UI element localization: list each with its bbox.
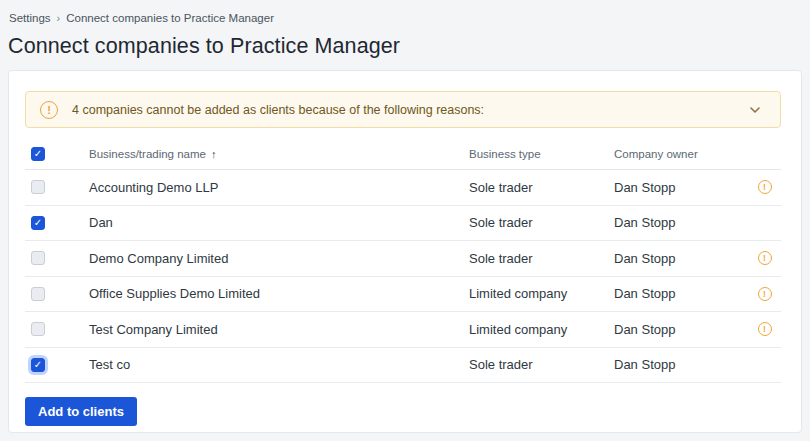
row-checkbox[interactable] bbox=[31, 216, 45, 230]
content-card: 4 companies cannot be added as clients b… bbox=[8, 70, 802, 433]
business-type: Sole trader bbox=[469, 357, 614, 372]
warning-icon[interactable] bbox=[758, 322, 772, 336]
table-row: Test co Sole trader Dan Stopp bbox=[25, 348, 781, 384]
warning-icon[interactable] bbox=[758, 251, 772, 265]
business-type: Limited company bbox=[469, 286, 614, 301]
breadcrumb: Settings › Connect companies to Practice… bbox=[0, 0, 810, 24]
company-owner: Dan Stopp bbox=[614, 251, 748, 266]
table-row: Dan Sole trader Dan Stopp bbox=[25, 206, 781, 242]
table-header-row: Business/trading name ↑ Business type Co… bbox=[25, 139, 781, 170]
column-header-type: Business type bbox=[469, 148, 614, 160]
column-header-name[interactable]: Business/trading name ↑ bbox=[89, 148, 216, 160]
warning-icon[interactable] bbox=[758, 180, 772, 194]
company-name: Accounting Demo LLP bbox=[89, 180, 469, 195]
company-owner: Dan Stopp bbox=[614, 322, 748, 337]
row-checkbox[interactable] bbox=[31, 358, 45, 372]
sort-ascending-icon: ↑ bbox=[211, 148, 217, 160]
company-name: Office Supplies Demo Limited bbox=[89, 286, 469, 301]
company-name: Test co bbox=[89, 357, 469, 372]
row-checkbox[interactable] bbox=[31, 287, 45, 301]
business-type: Sole trader bbox=[469, 180, 614, 195]
business-type: Limited company bbox=[469, 322, 614, 337]
select-all-checkbox[interactable] bbox=[31, 147, 45, 161]
company-name: Test Company Limited bbox=[89, 322, 469, 337]
warning-icon[interactable] bbox=[758, 287, 772, 301]
row-checkbox[interactable] bbox=[31, 251, 45, 265]
page-title: Connect companies to Practice Manager bbox=[0, 24, 810, 59]
add-to-clients-button[interactable]: Add to clients bbox=[25, 397, 137, 426]
table-row: Office Supplies Demo Limited Limited com… bbox=[25, 277, 781, 313]
breadcrumb-separator-icon: › bbox=[57, 12, 61, 24]
company-owner: Dan Stopp bbox=[614, 180, 748, 195]
company-name: Dan bbox=[89, 215, 469, 230]
table-row: Demo Company Limited Sole trader Dan Sto… bbox=[25, 241, 781, 277]
breadcrumb-settings[interactable]: Settings bbox=[9, 12, 51, 24]
company-name: Demo Company Limited bbox=[89, 251, 469, 266]
company-owner: Dan Stopp bbox=[614, 215, 748, 230]
company-owner: Dan Stopp bbox=[614, 357, 748, 372]
table-body: Accounting Demo LLP Sole trader Dan Stop… bbox=[25, 170, 781, 383]
column-header-owner: Company owner bbox=[614, 148, 748, 160]
business-type: Sole trader bbox=[469, 251, 614, 266]
chevron-down-icon[interactable] bbox=[748, 103, 762, 117]
table-row: Accounting Demo LLP Sole trader Dan Stop… bbox=[25, 170, 781, 206]
alert-circle-icon bbox=[40, 101, 58, 119]
warning-banner[interactable]: 4 companies cannot be added as clients b… bbox=[25, 91, 781, 128]
company-owner: Dan Stopp bbox=[614, 286, 748, 301]
table-row: Test Company Limited Limited company Dan… bbox=[25, 312, 781, 348]
row-checkbox[interactable] bbox=[31, 180, 45, 194]
business-type: Sole trader bbox=[469, 215, 614, 230]
breadcrumb-current: Connect companies to Practice Manager bbox=[66, 12, 274, 24]
row-checkbox[interactable] bbox=[31, 322, 45, 336]
warning-banner-message: 4 companies cannot be added as clients b… bbox=[72, 103, 748, 117]
companies-table: Business/trading name ↑ Business type Co… bbox=[25, 139, 781, 383]
